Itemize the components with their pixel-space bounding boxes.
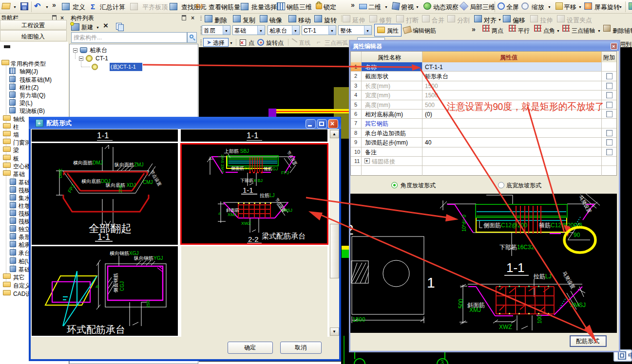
svg-text:CGJ: CGJ xyxy=(119,281,125,291)
svg-text:箍筋GJ: 箍筋GJ xyxy=(264,166,278,171)
svg-text:下部筋X BJ: 下部筋X BJ xyxy=(240,178,263,183)
svg-text:拉筋LJ: 拉筋LJ xyxy=(533,273,552,280)
svg-text:1500: 1500 xyxy=(352,316,365,323)
svg-text:ZWZ SWZ: ZWZ SWZ xyxy=(220,155,225,173)
svg-text:侧面筋CCJ: 侧面筋CCJ xyxy=(231,166,253,171)
svg-text:环式配筋承台: 环式配筋承台 xyxy=(67,324,125,335)
svg-text:1-1: 1-1 xyxy=(243,186,253,194)
svg-text:250: 250 xyxy=(118,185,123,193)
svg-text:侧面筋C12@200: 侧面筋C12@200 xyxy=(483,222,528,229)
svg-text:b: b xyxy=(95,285,100,288)
svg-text:h: h xyxy=(217,213,222,215)
svg-text:箍筋C12@200(6: 箍筋C12@200(6 xyxy=(539,222,582,229)
svg-text:2-2: 2-2 xyxy=(248,235,259,243)
svg-text:上部筋 SBJ: 上部筋 SBJ xyxy=(224,148,249,154)
svg-text:XWZ: XWZ xyxy=(499,324,512,330)
svg-text:100: 100 xyxy=(536,315,542,324)
svg-text:侧面钢筋: 侧面钢筋 xyxy=(113,273,118,293)
svg-text:500: 500 xyxy=(458,299,464,309)
svg-text:梁式配筋承台: 梁式配筋承台 xyxy=(262,232,306,240)
svg-text:拉筋LJ: 拉筋LJ xyxy=(260,193,275,198)
svg-text:FPJ: FPJ xyxy=(281,170,289,175)
svg-text:1: 1 xyxy=(427,274,435,291)
svg-text:CMJ: CMJ xyxy=(143,180,153,185)
svg-text:250: 250 xyxy=(146,300,151,308)
svg-text:下部筋16C32: 下部筋16C32 xyxy=(499,244,535,251)
svg-text:XMJ: XMJ xyxy=(228,212,236,217)
svg-text:XMSJ: XMSJ xyxy=(570,302,586,309)
svg-text:横向面筋DMJ: 横向面筋DMJ xyxy=(73,160,103,165)
svg-text:10*d= 0: 10*d= 0 xyxy=(461,215,467,232)
svg-text:DMZ: DMZ xyxy=(58,168,63,178)
svg-text:2: 2 xyxy=(350,221,354,237)
svg-text:纵向钢筋YGJ: 纵向钢筋YGJ xyxy=(134,255,163,261)
svg-text:90: 90 xyxy=(574,232,580,238)
svg-text:1-1: 1-1 xyxy=(97,232,110,242)
svg-text:1-1: 1-1 xyxy=(506,260,525,275)
svg-text:XWZ: XWZ xyxy=(241,221,251,226)
svg-text:XMJ: XMJ xyxy=(469,307,481,313)
svg-text:纵向面筋ZMJ: 纵向面筋ZMJ xyxy=(115,162,143,167)
